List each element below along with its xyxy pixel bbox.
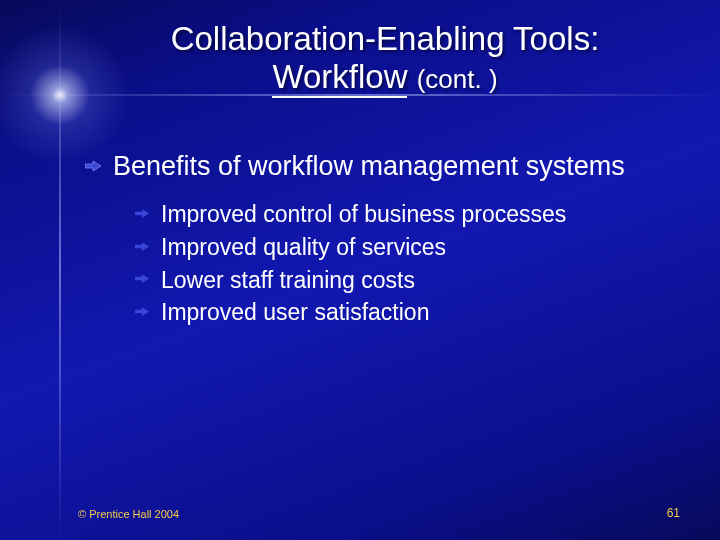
list-item-text: Improved user satisfaction <box>161 299 429 325</box>
svg-marker-3 <box>135 242 149 251</box>
footer-copyright: © Prentice Hall 2004 <box>78 508 179 520</box>
body-list: Improved control of business processes I… <box>85 198 660 329</box>
list-item: Improved control of business processes <box>135 198 660 231</box>
arrow-bullet-icon <box>135 209 149 218</box>
list-item-text: Improved control of business processes <box>161 201 566 227</box>
slide: Collaboration-Enabling Tools: Workflow (… <box>0 0 720 540</box>
list-item: Lower staff training costs <box>135 264 660 297</box>
slide-body: Benefits of workflow management systems … <box>85 150 660 329</box>
title-workflow: Workflow <box>272 58 407 98</box>
svg-marker-5 <box>135 307 149 316</box>
svg-marker-2 <box>135 209 149 218</box>
arrow-bullet-icon <box>85 161 101 171</box>
footer-page-number: 61 <box>667 506 680 520</box>
arrow-bullet-icon <box>135 307 149 316</box>
body-heading: Benefits of workflow management systems <box>85 150 660 182</box>
body-heading-text: Benefits of workflow management systems <box>113 151 625 181</box>
title-line-1: Collaboration-Enabling Tools: <box>90 20 680 58</box>
title-cont: (cont. ) <box>417 64 498 94</box>
svg-marker-4 <box>135 274 149 283</box>
arrow-bullet-icon <box>135 274 149 283</box>
title-line-2: Workflow (cont. ) <box>90 58 680 96</box>
list-item-text: Lower staff training costs <box>161 267 415 293</box>
list-item: Improved user satisfaction <box>135 296 660 329</box>
list-item: Improved quality of services <box>135 231 660 264</box>
decorative-vertical-line <box>59 0 61 540</box>
list-item-text: Improved quality of services <box>161 234 446 260</box>
slide-title: Collaboration-Enabling Tools: Workflow (… <box>90 20 680 96</box>
arrow-bullet-icon <box>135 242 149 251</box>
